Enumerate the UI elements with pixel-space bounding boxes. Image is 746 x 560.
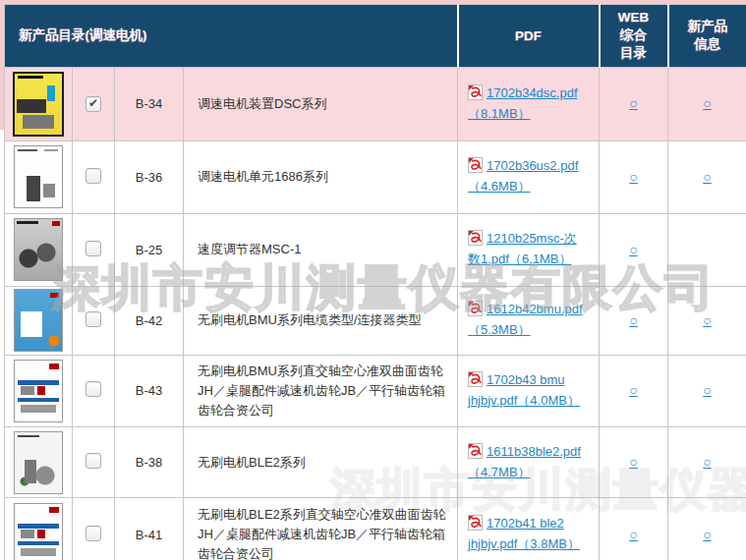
catalog-thumbnail[interactable]	[13, 72, 64, 137]
model-number: B-41	[115, 498, 184, 560]
web-catalog-link[interactable]: ○	[629, 454, 637, 470]
pdf-icon	[468, 515, 483, 533]
new-product-info-link[interactable]: ○	[703, 312, 711, 328]
table-row: B-38 无刷电机BLE2系列 1611b38ble2.pdf（4.7MB） ○…	[5, 427, 746, 498]
table-row: B-25 速度调节器MSC-1 1210b25msc-次数1.pdf（6.1MB…	[5, 213, 746, 286]
pdf-icon	[468, 443, 483, 462]
pdf-link[interactable]: 1612b42bmu.pdf（5.3MB）	[468, 302, 583, 337]
pdf-icon	[468, 230, 483, 249]
product-description: 无刷电机BLE2系列	[184, 427, 458, 498]
pdf-icon	[468, 84, 483, 103]
new-product-info-link[interactable]: ○	[703, 169, 711, 185]
new-product-catalog-table: 新产品目录(调速电机) PDF WEB 综合 目录 新产品 信息 ✔ B-34 …	[4, 4, 746, 560]
model-number: B-42	[115, 286, 184, 355]
pink-edge-top	[0, 0, 746, 4]
pdf-link[interactable]: 1702b41 ble2 jhjbjv.pdf（3.8MB）	[468, 516, 580, 551]
web-catalog-link[interactable]: ○	[629, 527, 637, 542]
product-description: 速度调节器MSC-1	[184, 213, 458, 286]
product-description: 无刷电机BMU系列电缆类型/连接器类型	[184, 286, 458, 355]
table-row: B-43 无刷电机BMU系列直交轴空心准双曲面齿轮JH／桌腿配件减速机齿轮JB／…	[5, 355, 746, 426]
new-product-info-link[interactable]: ○	[703, 454, 711, 470]
catalog-thumbnail[interactable]	[14, 431, 63, 494]
row-checkbox[interactable]	[86, 168, 101, 184]
empty-info-cell	[668, 213, 746, 286]
header-catalog-title: 新产品目录(调速电机)	[5, 5, 458, 68]
pdf-icon	[468, 301, 483, 319]
table-row: B-41 无刷电机BLE2系列直交轴空心准双曲面齿轮JH／桌腿配件减速机齿轮JB…	[5, 498, 746, 560]
web-catalog-link[interactable]: ○	[629, 312, 637, 328]
row-checkbox[interactable]	[86, 381, 101, 397]
pdf-link[interactable]: 1611b38ble2.pdf（4.7MB）	[468, 444, 581, 479]
table-row: ✔ B-34 调速电机装置DSC系列 1702b34dsc.pdf（8.1MB）…	[5, 67, 746, 140]
new-product-info-link[interactable]: ○	[703, 527, 711, 542]
new-product-info-link[interactable]: ○	[703, 95, 711, 111]
web-catalog-link[interactable]: ○	[629, 382, 637, 398]
catalog-page: 新产品目录(调速电机) PDF WEB 综合 目录 新产品 信息 ✔ B-34 …	[0, 0, 746, 560]
catalog-thumbnail[interactable]	[14, 218, 63, 281]
pdf-link[interactable]: 1210b25msc-次数1.pdf（6.1MB）	[468, 231, 577, 266]
model-number: B-43	[115, 355, 184, 426]
header-row: 新产品目录(调速电机) PDF WEB 综合 目录 新产品 信息	[5, 5, 746, 68]
model-number: B-38	[115, 427, 184, 498]
table-row: B-42 无刷电机BMU系列电缆类型/连接器类型 1612b42bmu.pdf（…	[5, 286, 746, 355]
pink-edge-left	[0, 0, 4, 130]
header-pdf: PDF	[458, 5, 600, 68]
product-description: 调速电机装置DSC系列	[184, 67, 458, 140]
row-checkbox[interactable]	[86, 526, 101, 541]
catalog-thumbnail[interactable]	[14, 503, 63, 560]
pdf-icon	[468, 371, 483, 390]
table-row: B-36 调速电机单元1686系列 1702b36us2.pdf（4.6MB） …	[5, 140, 746, 213]
web-catalog-link[interactable]: ○	[629, 95, 637, 111]
row-checkbox[interactable]: ✔	[86, 96, 101, 112]
pdf-link[interactable]: 1702b36us2.pdf（4.6MB）	[468, 158, 578, 194]
web-catalog-link[interactable]: ○	[629, 169, 637, 185]
row-checkbox[interactable]	[86, 453, 101, 469]
product-description: 无刷电机BLE2系列直交轴空心准双曲面齿轮JH／桌腿配件减速机齿轮JB／平行轴齿…	[184, 498, 458, 560]
model-number: B-36	[115, 140, 184, 213]
catalog-thumbnail[interactable]	[14, 289, 63, 352]
new-product-info-link[interactable]: ○	[703, 382, 711, 398]
product-description: 无刷电机BMU系列直交轴空心准双曲面齿轮JH／桌腿配件减速机齿轮JB／平行轴齿轮…	[184, 355, 458, 426]
catalog-thumbnail[interactable]	[14, 360, 63, 422]
model-number: B-25	[115, 213, 184, 286]
pdf-icon	[468, 157, 483, 176]
row-checkbox[interactable]	[86, 311, 101, 327]
pdf-link[interactable]: 1702b34dsc.pdf（8.1MB）	[468, 85, 578, 121]
catalog-thumbnail[interactable]	[14, 145, 63, 208]
product-description: 调速电机单元1686系列	[184, 140, 458, 213]
header-new-product-info: 新产品 信息	[668, 5, 746, 68]
row-checkbox[interactable]	[86, 241, 101, 256]
pdf-link[interactable]: 1702b43 bmu jhjbjv.pdf（4.0MB）	[468, 372, 580, 408]
model-number: B-34	[115, 67, 184, 140]
web-catalog-link[interactable]: ○	[629, 242, 637, 257]
header-web-catalog: WEB 综合 目录	[600, 5, 668, 68]
